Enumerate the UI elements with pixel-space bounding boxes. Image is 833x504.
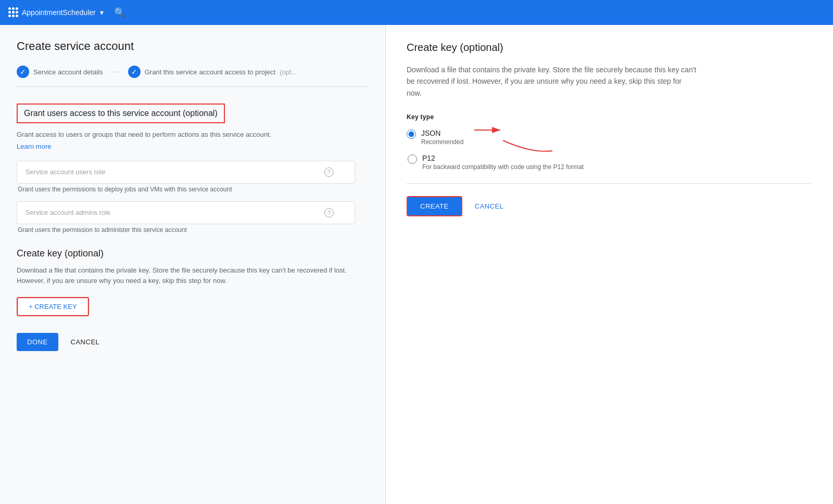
step-2-optional: (opt... (280, 68, 297, 76)
json-hint: Recommended (421, 138, 463, 146)
panel-desc: Download a file that contains the privat… (407, 64, 698, 99)
json-label: JSON (421, 129, 463, 137)
step-divider (109, 72, 122, 72)
admins-role-hint: Grant users the permission to administer… (17, 226, 369, 234)
create-key-desc: Download a file that contains the privat… (17, 265, 355, 287)
p12-radio-content: P12 For backward compatibility with code… (422, 154, 584, 171)
grant-section-title-box: Grant users access to this service accou… (17, 104, 225, 123)
create-button[interactable]: CREATE (407, 196, 462, 216)
page-title: Create service account (17, 40, 369, 53)
users-role-wrapper: Service account users role ? Grant users… (17, 161, 369, 193)
app-dropdown-icon[interactable]: ▾ (100, 8, 104, 17)
p12-label: P12 (422, 154, 584, 162)
search-icon[interactable]: 🔍 (114, 7, 125, 18)
step-2-check: ✓ (128, 66, 141, 78)
json-option-container: JSON Recommended (407, 129, 812, 146)
step-1-check: ✓ (17, 66, 29, 78)
grant-section: Grant users access to this service accou… (17, 104, 369, 234)
create-key-button[interactable]: + CREATE KEY (18, 298, 88, 315)
left-panel: Create service account ✓ Service account… (0, 25, 385, 504)
app-name-area[interactable]: AppointmentScheduler ▾ (8, 7, 104, 18)
right-panel: Create key (optional) Download a file th… (385, 25, 833, 504)
panel-divider (407, 183, 812, 184)
users-role-help-icon[interactable]: ? (324, 167, 334, 177)
users-role-hint: Grant users the permissions to deploy jo… (17, 186, 369, 193)
admins-role-field[interactable]: Service account admins role ? (17, 201, 355, 224)
users-role-field[interactable]: Service account users role ? (17, 161, 355, 184)
step-2: ✓ Grant this service account access to p… (128, 66, 297, 78)
cancel-button-right[interactable]: CANCEL (466, 197, 512, 215)
done-button[interactable]: DONE (17, 333, 58, 351)
json-radio-option: JSON Recommended (407, 129, 812, 146)
panel-title: Create key (optional) (407, 42, 812, 54)
grant-section-title: Grant users access to this service accou… (24, 109, 218, 118)
top-bar: AppointmentScheduler ▾ 🔍 (0, 0, 833, 25)
json-radio-input[interactable] (407, 130, 416, 139)
step-2-label: Grant this service account access to pro… (145, 68, 275, 76)
admins-role-help-icon[interactable]: ? (324, 208, 334, 217)
p12-radio-input[interactable] (408, 154, 417, 164)
steps-bar: ✓ Service account details ✓ Grant this s… (17, 66, 369, 87)
main-content: Create service account ✓ Service account… (0, 25, 833, 504)
step-1-label: Service account details (33, 68, 103, 76)
admins-role-label: Service account admins role (26, 209, 110, 216)
p12-hint: For backward compatibility with code usi… (422, 163, 584, 171)
create-key-btn-wrapper: + CREATE KEY (17, 297, 89, 316)
admins-role-wrapper: Service account admins role ? Grant user… (17, 201, 369, 234)
panel-actions: CREATE CANCEL (407, 196, 812, 216)
create-key-section: Create key (optional) Download a file th… (17, 248, 369, 317)
json-radio-content: JSON Recommended (421, 129, 463, 146)
cancel-button-left[interactable]: CANCEL (67, 333, 104, 351)
key-type-label: Key type (407, 113, 812, 121)
users-role-label: Service account users role (26, 168, 105, 176)
app-grid-icon (8, 7, 19, 18)
create-key-title: Create key (optional) (17, 248, 369, 259)
p12-radio-option: P12 For backward compatibility with code… (408, 154, 812, 171)
bottom-actions: DONE CANCEL (17, 333, 369, 351)
app-name-label: AppointmentScheduler (22, 8, 96, 17)
grant-section-desc: Grant access to users or groups that nee… (17, 130, 369, 140)
learn-more-link[interactable]: Learn more (17, 143, 51, 150)
step-1: ✓ Service account details (17, 66, 103, 78)
